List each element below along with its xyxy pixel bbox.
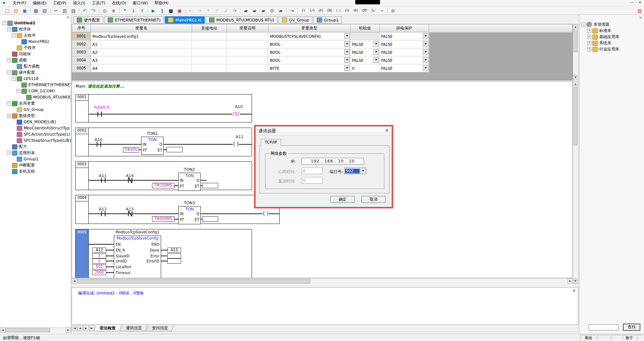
scroll-up-icon[interactable]: ▲	[573, 24, 578, 29]
cell-掉电保护[interactable]: FALSE▼	[380, 56, 429, 64]
chevron-down-icon[interactable]: ▼	[344, 41, 350, 47]
open-folder-icon[interactable]: ▤	[12, 7, 20, 15]
menu-item-工程(P)[interactable]: 工程(P)	[49, 0, 69, 6]
cell-变量说明[interactable]	[227, 64, 268, 72]
contact-no-icon[interactable]: ┤├	[299, 7, 308, 15]
tree-item-配方[interactable]: 配方	[0, 144, 71, 150]
coil-label[interactable]: A10	[235, 104, 243, 109]
upload-from-plc-icon[interactable]: ⇑	[138, 7, 147, 15]
output-nav-0-icon[interactable]: |◀	[72, 325, 77, 331]
contact-icon[interactable]	[97, 112, 98, 117]
menu-item-在线(O)[interactable]: 在线(O)	[109, 0, 129, 6]
expand-toggle-icon[interactable]: −	[581, 23, 585, 27]
tree-item-标准库[interactable]: +标准库	[581, 28, 643, 34]
cut-icon[interactable]: ✂	[52, 7, 60, 15]
tree-item-功能块[interactable]: 功能块	[0, 51, 71, 57]
tab-Main(PRG).ld[interactable]: Main(PRG).ld	[165, 16, 204, 24]
preset-value[interactable]: T#10S	[123, 147, 139, 153]
print-icon[interactable]: ▦	[32, 7, 40, 15]
expand-toggle-icon[interactable]: +	[587, 47, 591, 51]
rung-0005[interactable]: 0005 ModbusTcpSlaveConfig1 ModbusTcpSlav…	[75, 229, 252, 278]
function-block-icon[interactable]: ▭	[377, 7, 386, 15]
tree-item-系统库[interactable]: +系统库	[581, 40, 643, 46]
port-combobox[interactable]: 502 ▼	[344, 168, 366, 174]
chevron-down-icon[interactable]: ▼	[344, 65, 350, 71]
library-icon[interactable]: ▥	[635, 7, 644, 15]
et-output-box[interactable]	[167, 147, 183, 152]
cell-变量名[interactable]: ModbusTcpSlaveConfig1	[91, 32, 192, 40]
expand-toggle-icon[interactable]: +	[587, 35, 591, 39]
network-insert-icon[interactable]: ≣	[389, 7, 397, 15]
tree-item-Main(PRG)[interactable]: Main(PRG)	[0, 39, 71, 45]
contact-label[interactable]: A12	[99, 207, 107, 212]
contact-label[interactable]: A14	[126, 173, 134, 178]
program-comment[interactable]: 请在此处添加注释...	[88, 84, 124, 89]
scroll-left-icon[interactable]: ◀	[0, 328, 5, 333]
chevron-down-icon[interactable]: ▼	[373, 57, 379, 63]
operand-box[interactable]: A13	[167, 248, 181, 253]
tree-item-数据类型[interactable]: −数据类型	[0, 113, 71, 119]
chevron-down-icon[interactable]: ▼	[423, 65, 428, 71]
close-icon[interactable]: ✕	[385, 128, 389, 133]
tree-item-MbsClientInfoStructTyp[interactable]: MbsClientInfoStructTyp	[0, 125, 71, 131]
menu-item-窗口(W)[interactable]: 窗口(W)	[129, 0, 151, 6]
cell-初始值[interactable]: FALSE▼	[351, 40, 380, 48]
expand-toggle-icon[interactable]: −	[7, 151, 11, 155]
chevron-down-icon[interactable]: ▼	[373, 49, 379, 55]
contact-icon[interactable]	[97, 142, 97, 147]
cell-变量说明[interactable]	[227, 40, 268, 48]
scroll-down-icon[interactable]: ▼	[573, 75, 578, 80]
contact-label[interactable]: A10	[95, 137, 103, 142]
menu-item-工具(T)[interactable]: 工具(T)	[89, 0, 109, 6]
scroll-right-icon[interactable]: ▶	[567, 278, 573, 284]
close-icon[interactable]: ✕	[639, 16, 642, 20]
operand-box[interactable]	[167, 258, 181, 264]
tree-item-ETHERNET(ETHERNET)[interactable]: ETHERNET(ETHERNET)	[0, 82, 71, 88]
contact-icon[interactable]	[101, 112, 102, 117]
timer-name[interactable]: TON3	[178, 201, 201, 205]
close-icon[interactable]: ✕	[67, 16, 69, 19]
cell-序号[interactable]: 0005	[72, 64, 91, 72]
operand-box[interactable]: A12	[92, 248, 106, 253]
comment-icon[interactable]: ❝	[120, 7, 129, 15]
scroll-thumb[interactable]	[77, 279, 310, 284]
go-right-icon[interactable]: →	[230, 7, 239, 15]
et-output-box[interactable]	[202, 183, 218, 188]
column-header-直接地址[interactable]: 直接地址	[192, 24, 227, 32]
cell-掉电保护[interactable]: FALSE▼	[380, 64, 429, 72]
chevron-down-icon[interactable]: ▼	[423, 49, 428, 55]
zoom-icon[interactable]: ⊕	[109, 7, 118, 15]
tree-item-函数[interactable]: −函数	[0, 57, 71, 63]
expand-toggle-icon[interactable]: −	[12, 77, 16, 81]
tab-语法检查[interactable]: 语法检查	[94, 325, 121, 331]
rung-0001[interactable]: 0001 %SX0.0 A10 (S)	[75, 94, 252, 123]
tab-ETHERNET(ETHERNET)[interactable]: ETHERNET(ETHERNET)	[104, 16, 164, 24]
pause-icon[interactable]: ‖	[158, 7, 167, 15]
tree-item-SFCStepStructType[LIB][interactable]: SFCStepStructType[LIB]	[0, 137, 71, 144]
contact-rising-icon[interactable]: ┤P├	[316, 7, 325, 15]
contact-label[interactable]: %SX0.0	[94, 105, 109, 110]
tree-item-程序块[interactable]: −程序块	[0, 26, 71, 32]
timer-block[interactable]: TON IN Q PT ET	[178, 206, 201, 224]
expand-toggle-icon[interactable]: −	[7, 27, 11, 31]
cell-掉电保护[interactable]: FALSE▼	[380, 48, 429, 56]
output-nav-1-icon[interactable]: ◀	[77, 325, 83, 331]
operand-box[interactable]	[167, 253, 181, 258]
set-coil-icon[interactable]: (S)	[232, 111, 240, 117]
operand-box[interactable]: 1	[92, 253, 106, 258]
scroll-right-icon[interactable]: ▶	[65, 328, 71, 333]
cell-变量名[interactable]: A2	[91, 48, 192, 56]
coil-label[interactable]: A11	[236, 135, 244, 139]
expand-toggle-icon[interactable]: −	[7, 101, 11, 105]
output-nav-2-icon[interactable]: ▶	[83, 325, 89, 331]
cell-直接地址[interactable]	[192, 48, 227, 56]
tree-item-库管理器[interactable]: −库管理器	[581, 21, 643, 28]
preset-value[interactable]: T#100MS	[152, 183, 175, 188]
column-header-序号[interactable]: 序号	[72, 24, 91, 32]
preset-value[interactable]: T#500MS	[152, 216, 175, 222]
tree-item-中断配置[interactable]: 中断配置	[0, 162, 71, 168]
contact-nc-icon[interactable]: ┤/├	[308, 7, 316, 15]
column-header-变量名[interactable]: 变量名	[91, 24, 192, 32]
column-header-变量类型[interactable]: 变量类型	[268, 24, 351, 32]
run-icon[interactable]: ▶	[149, 7, 158, 15]
